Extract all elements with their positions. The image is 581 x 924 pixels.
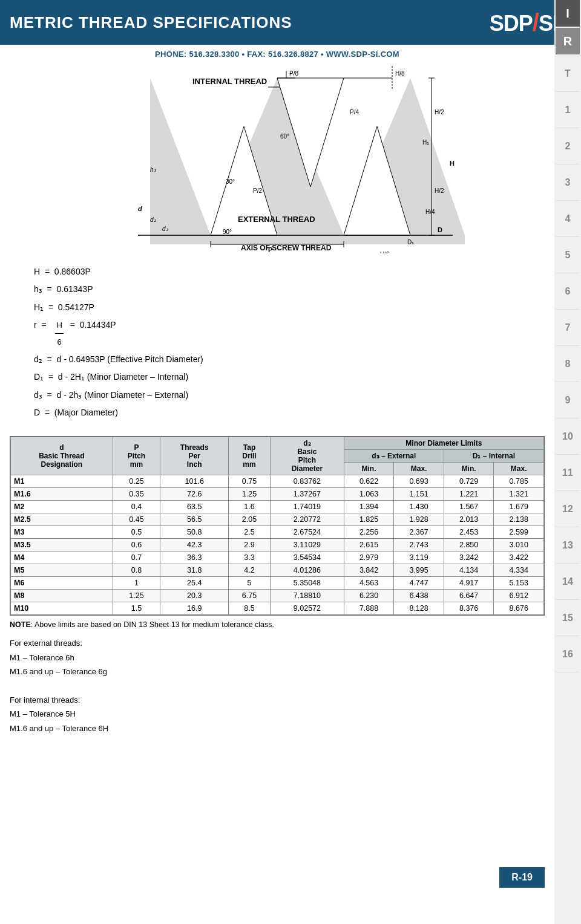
table-row: M20.463.51.61.740191.3941.4301.5671.679 (11, 501, 544, 513)
col-header-pitch: PPitchmm (113, 437, 160, 475)
sidebar-tab-16[interactable]: 16 (556, 636, 580, 672)
col-header-int-max: Max. (494, 463, 544, 475)
svg-text:AXIS OF SCREW THREAD: AXIS OF SCREW THREAD (241, 244, 332, 252)
internal-m16-tolerance: M1.6 and up – Tolerance 6H (10, 721, 545, 735)
svg-text:D₁: D₁ (407, 239, 414, 246)
svg-text:H/6: H/6 (380, 251, 390, 253)
col-header-d2: d₂BasicPitchDiameter (271, 437, 344, 475)
page-number: R-19 (499, 867, 545, 888)
svg-text:D: D (438, 226, 442, 233)
svg-text:P/2: P/2 (253, 187, 262, 194)
external-m16-tolerance: M1.6 and up – Tolerance 6g (10, 665, 545, 678)
internal-thread-header: For internal threads: (10, 693, 545, 707)
table-row: M2.50.4556.52.052.207721.8251.9282.0132.… (11, 513, 544, 526)
svg-text:H/4: H/4 (425, 209, 435, 215)
svg-text:90°: 90° (223, 229, 232, 235)
main-content: PHONE: 516.328.3300 • FAX: 516.326.8827 … (0, 45, 554, 747)
sidebar-tab-10[interactable]: 10 (556, 418, 580, 455)
page-header: METRIC THREAD SPECIFICATIONS SDP/SI (0, 0, 581, 45)
svg-text:d₂: d₂ (150, 216, 157, 223)
svg-text:H₁: H₁ (422, 139, 429, 146)
sidebar-tab-1[interactable]: 1 (556, 92, 580, 128)
table-row: M81.2520.36.757.188106.2306.4386.6476.91… (11, 590, 544, 602)
external-m1-tolerance: M1 – Tolerance 6h (10, 651, 545, 665)
svg-text:d₃: d₃ (162, 226, 169, 232)
svg-text:P/4: P/4 (350, 109, 359, 116)
svg-text:H/2: H/2 (435, 187, 444, 194)
sidebar-tab-13[interactable]: 13 (556, 527, 580, 564)
page-title: METRIC THREAD SPECIFICATIONS (10, 13, 292, 32)
formula-h3: h₃ = 0.61343P (34, 281, 520, 298)
col-header-ext-min: Min. (344, 463, 394, 475)
svg-text:P: P (268, 246, 272, 253)
phone-line: PHONE: 516.328.3300 • FAX: 516.326.8827 … (10, 45, 545, 61)
col-header-minor-diameter: Minor Diameter Limits (344, 437, 543, 450)
col-header-int-min: Min. (444, 463, 494, 475)
svg-text:H: H (450, 160, 455, 167)
sidebar-tab-4[interactable]: 4 (556, 201, 580, 237)
table-row: M1.60.3572.61.251.372671.0631.1511.2211.… (11, 488, 544, 501)
svg-text:EXTERNAL THREAD: EXTERNAL THREAD (238, 215, 315, 224)
col-header-internal: D₁ – Internal (444, 450, 543, 463)
logo-text: SDP/SI (490, 9, 558, 36)
sidebar-tab-3[interactable]: 3 (556, 164, 580, 201)
sidebar-tab-7[interactable]: 7 (556, 310, 580, 346)
table-row: M40.736.33.33.545342.9793.1193.2423.422 (11, 551, 544, 564)
formula-r: r = H6 = 0.14434P (34, 316, 520, 351)
table-row: M101.516.98.59.025727.8888.1288.3768.676 (11, 602, 544, 615)
right-sidebar: I R T 1 2 3 4 5 6 7 8 9 10 11 12 13 14 1… (554, 0, 581, 924)
sidebar-tab-5[interactable]: 5 (556, 237, 580, 273)
svg-text:30°: 30° (226, 178, 235, 185)
formula-h: H = 0.86603P (34, 263, 520, 281)
footer-notes: For external threads: M1 – Tolerance 6h … (10, 636, 545, 735)
sidebar-tab-2[interactable]: 2 (556, 128, 580, 164)
svg-text:h₃: h₃ (150, 166, 157, 173)
formula-d2: d₂ = d - 0.64953P (Effective Pitch Diame… (34, 351, 520, 368)
sidebar-tab-i[interactable]: I (556, 0, 580, 27)
sidebar-tab-15[interactable]: 15 (556, 600, 580, 636)
sidebar-tab-11[interactable]: 11 (556, 455, 580, 491)
sidebar-tab-12[interactable]: 12 (556, 491, 580, 527)
svg-text:H/2: H/2 (435, 109, 444, 116)
svg-text:INTERNAL THREAD: INTERNAL THREAD (192, 77, 267, 86)
logo-sdp: SDP (490, 11, 533, 36)
sidebar-tab-r[interactable]: R (556, 28, 580, 54)
table-row: M10.25101.60.750.837620.6220.6930.7290.7… (11, 475, 544, 488)
formulas-section: H = 0.86603P h₃ = 0.61343P H₁ = 0.54127P… (10, 258, 545, 426)
col-header-tap: TapDrillmm (229, 437, 271, 475)
thread-diagram: INTERNAL THREAD AXIS OF SCREW THREAD P/8… (90, 66, 465, 253)
table-note: NOTE: Above limits are based on DIN 13 S… (10, 620, 545, 629)
table-row: M6125.455.350484.5634.7474.9175.153 (11, 577, 544, 590)
formula-d3: d₃ = d - 2h₃ (Minor Diameter – External) (34, 386, 520, 404)
sidebar-tab-14[interactable]: 14 (556, 564, 580, 600)
col-header-tpi: ThreadsPerInch (160, 437, 229, 475)
table-row: M3.50.642.32.93.110292.6152.7432.8503.01… (11, 539, 544, 551)
external-thread-header: For external threads: (10, 636, 545, 650)
thread-specs-table: dBasic ThreadDesignation PPitchmm Thread… (10, 436, 545, 616)
table-row: M50.831.84.24.012863.8423.9954.1344.334 (11, 564, 544, 577)
formula-D1: D₁ = d - 2H₁ (Minor Diameter – Internal) (34, 368, 520, 386)
formula-h1: H₁ = 0.54127P (34, 299, 520, 316)
sidebar-tab-8[interactable]: 8 (556, 346, 580, 382)
svg-text:60°: 60° (280, 133, 289, 140)
col-header-designation: dBasic ThreadDesignation (11, 437, 113, 475)
svg-text:H/8: H/8 (395, 70, 405, 77)
sidebar-tab-6[interactable]: 6 (556, 273, 580, 310)
sidebar-tab-9[interactable]: 9 (556, 382, 580, 418)
formula-D: D = (Major Diameter) (34, 404, 520, 421)
svg-text:P/8: P/8 (289, 70, 298, 77)
svg-text:d: d (138, 205, 142, 212)
col-header-ext-max: Max. (394, 463, 444, 475)
table-row: M30.550.82.52.675242.2562.3672.4532.599 (11, 526, 544, 539)
sidebar-tab-t[interactable]: T (556, 56, 580, 92)
diagram-area: INTERNAL THREAD AXIS OF SCREW THREAD P/8… (10, 66, 545, 253)
internal-m1-tolerance: M1 – Tolerance 5H (10, 707, 545, 721)
col-header-external: d₃ – External (344, 450, 444, 463)
